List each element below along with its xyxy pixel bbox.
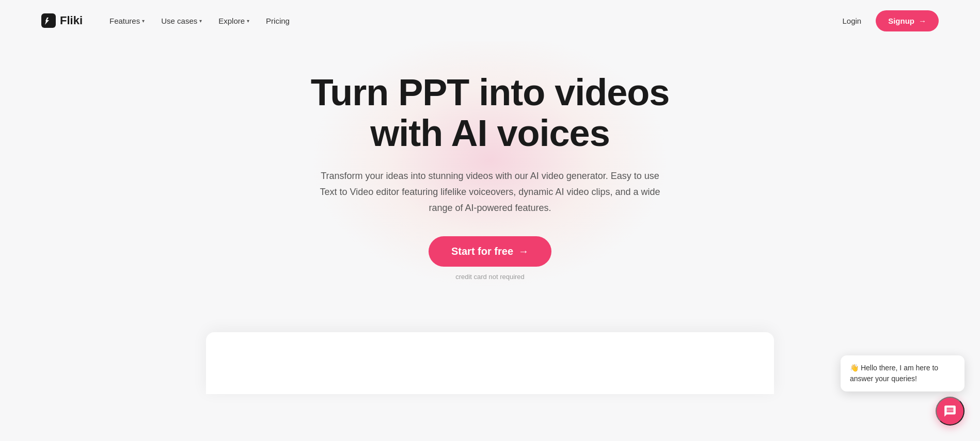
hero-title: Turn PPT into videos with AI voices: [311, 72, 670, 154]
chat-bubble: 👋 Hello there, I am here to answer your …: [841, 355, 965, 391]
signup-arrow-icon: →: [919, 17, 926, 25]
use-cases-chevron-icon: ▾: [199, 18, 202, 24]
nav-use-cases[interactable]: Use cases ▾: [155, 12, 208, 29]
nav-explore[interactable]: Explore ▾: [212, 12, 256, 29]
hero-subtitle: Transform your ideas into stunning video…: [314, 168, 666, 216]
features-label: Features: [109, 17, 140, 25]
navbar-right: Login Signup →: [836, 10, 939, 31]
nav-links: Features ▾ Use cases ▾ Explore ▾ Pricing: [103, 12, 296, 29]
signup-button[interactable]: Signup →: [876, 10, 939, 31]
nav-pricing[interactable]: Pricing: [260, 12, 296, 29]
preview-section: [0, 332, 980, 394]
signup-label: Signup: [888, 17, 914, 25]
features-chevron-icon: ▾: [142, 18, 145, 24]
chat-icon: [943, 404, 957, 418]
explore-label: Explore: [218, 17, 245, 25]
logo[interactable]: Fliki: [41, 13, 83, 28]
hero-content: Turn PPT into videos with AI voices Tran…: [311, 72, 670, 281]
use-cases-label: Use cases: [161, 17, 197, 25]
logo-text: Fliki: [60, 14, 83, 27]
navbar: Fliki Features ▾ Use cases ▾ Explore ▾ P…: [0, 0, 980, 41]
preview-card: [206, 332, 774, 394]
hero-section: Turn PPT into videos with AI voices Tran…: [0, 41, 980, 301]
cta-wrapper: Start for free → credit card not require…: [311, 236, 670, 281]
fliki-logo-icon: [41, 13, 56, 28]
hero-title-line1: Turn PPT into videos: [311, 72, 670, 113]
start-for-free-button[interactable]: Start for free →: [429, 236, 551, 267]
cta-label: Start for free: [451, 246, 513, 257]
chat-widget: 👋 Hello there, I am here to answer your …: [841, 355, 965, 426]
cta-arrow-icon: →: [518, 246, 529, 257]
pricing-label: Pricing: [266, 17, 290, 25]
hero-title-line2: with AI voices: [370, 112, 609, 154]
navbar-left: Fliki Features ▾ Use cases ▾ Explore ▾ P…: [41, 12, 296, 29]
chat-open-button[interactable]: [936, 397, 965, 426]
nav-features[interactable]: Features ▾: [103, 12, 151, 29]
cta-note: credit card not required: [455, 273, 525, 281]
explore-chevron-icon: ▾: [247, 18, 249, 24]
login-button[interactable]: Login: [836, 12, 867, 29]
